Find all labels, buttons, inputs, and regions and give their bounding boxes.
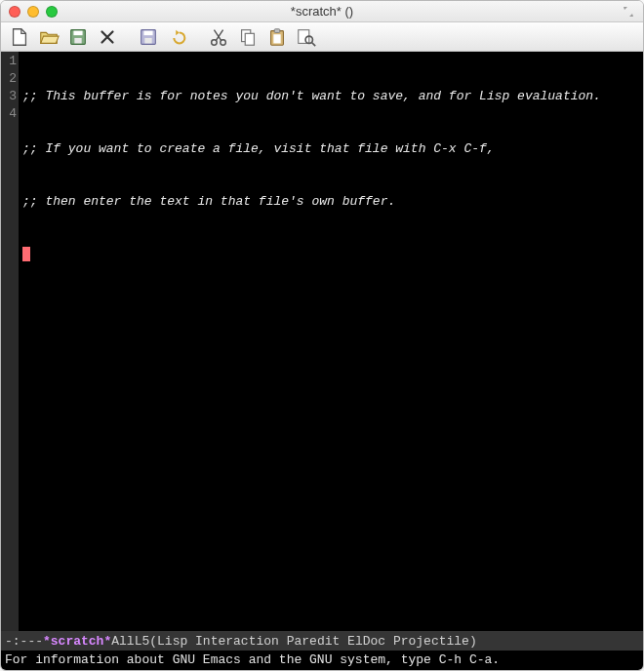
buffer-line: ;; This buffer is for notes you don't wa… <box>22 89 601 103</box>
editor-area: 1 2 3 4 ;; This buffer is for notes you … <box>1 52 643 631</box>
svg-rect-5 <box>144 37 151 42</box>
app-window: *scratch* () <box>0 0 644 671</box>
line-number: 3 <box>1 88 17 105</box>
save-button[interactable] <box>65 25 91 49</box>
modeline-line: L5 <box>135 634 150 649</box>
modeline-buffer-name: *scratch* <box>43 634 111 649</box>
copy-button[interactable] <box>235 25 261 49</box>
search-button[interactable] <box>294 25 319 49</box>
minimize-window-button[interactable] <box>27 6 39 18</box>
line-number: 1 <box>1 53 17 70</box>
echo-area: For information about GNU Emacs and the … <box>1 651 643 670</box>
modeline-position: All <box>111 634 134 649</box>
text-editor[interactable]: ;; This buffer is for notes you don't wa… <box>19 52 643 631</box>
close-button[interactable] <box>95 25 120 49</box>
line-number-gutter: 1 2 3 4 <box>1 52 19 631</box>
window-title: *scratch* () <box>1 4 643 19</box>
titlebar: *scratch* () <box>1 1 643 22</box>
toolbar <box>1 22 643 52</box>
svg-rect-1 <box>73 30 82 35</box>
svg-rect-2 <box>74 37 81 42</box>
svg-rect-4 <box>143 30 152 35</box>
buffer-line: ;; If you want to create a file, visit t… <box>22 141 495 156</box>
text-cursor <box>22 247 30 261</box>
save-all-button[interactable] <box>136 25 161 49</box>
line-number: 4 <box>1 105 17 123</box>
modeline-modes: (Lisp Interaction Paredit ElDoc Projecti… <box>149 634 476 649</box>
modeline-flags: -:--- <box>5 634 43 649</box>
line-number: 2 <box>1 70 17 88</box>
svg-rect-9 <box>245 33 254 45</box>
zoom-window-button[interactable] <box>46 6 58 18</box>
svg-rect-12 <box>273 34 280 43</box>
mode-line[interactable]: -:--- *scratch* All L5 (Lisp Interaction… <box>1 631 643 651</box>
svg-rect-11 <box>274 28 280 32</box>
paste-button[interactable] <box>264 25 290 49</box>
window-controls <box>9 6 58 18</box>
new-file-button[interactable] <box>7 25 32 49</box>
buffer-line: ;; then enter the text in that file's ow… <box>22 194 395 209</box>
fullscreen-icon[interactable] <box>622 5 635 19</box>
open-file-button[interactable] <box>36 25 61 49</box>
cut-button[interactable] <box>206 25 231 49</box>
close-window-button[interactable] <box>9 6 20 18</box>
undo-button[interactable] <box>165 25 190 49</box>
